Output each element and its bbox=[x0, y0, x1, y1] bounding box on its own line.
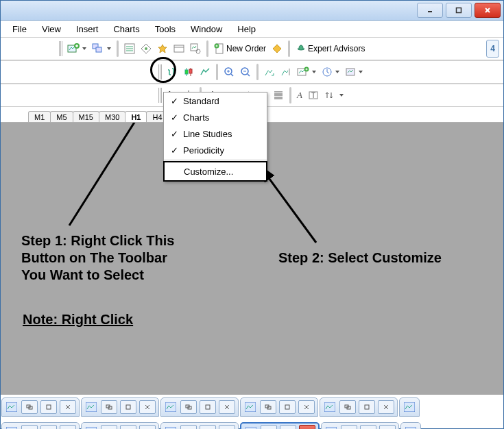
window-close-icon[interactable] bbox=[299, 425, 315, 429]
ctx-standard[interactable]: ✓Standard bbox=[164, 93, 267, 109]
menu-insert[interactable]: Insert bbox=[69, 22, 106, 36]
new-order-button[interactable]: New Order bbox=[211, 40, 269, 58]
toolbar-grip-icon[interactable] bbox=[158, 88, 163, 103]
ctx-line-studies-label: Line Studies bbox=[183, 129, 232, 139]
window-max-icon[interactable] bbox=[280, 425, 296, 429]
navigator-icon bbox=[141, 43, 152, 54]
zoom-out-button[interactable] bbox=[237, 63, 254, 81]
window-tab[interactable] bbox=[399, 397, 420, 417]
line-chart-button[interactable] bbox=[197, 63, 213, 81]
window-close-icon[interactable] bbox=[298, 400, 315, 414]
cascade-icon[interactable] bbox=[101, 425, 117, 429]
zoom-in-button[interactable] bbox=[221, 63, 237, 81]
ctx-periodicity[interactable]: ✓Periodicity bbox=[164, 142, 267, 158]
arrows-icon bbox=[324, 90, 337, 101]
market-watch-button[interactable] bbox=[121, 40, 138, 58]
indicators-button[interactable] bbox=[294, 63, 319, 81]
window-tab[interactable] bbox=[320, 397, 398, 417]
window-close-icon[interactable] bbox=[60, 400, 76, 414]
autoscroll-button[interactable] bbox=[261, 63, 278, 81]
window-close-icon[interactable] bbox=[379, 425, 396, 429]
cascade-icon[interactable] bbox=[180, 425, 197, 429]
menu-help[interactable]: Help bbox=[230, 22, 263, 36]
cascade-icon[interactable] bbox=[339, 400, 356, 414]
menu-tools[interactable]: Tools bbox=[147, 22, 183, 36]
period-h1[interactable]: H1 bbox=[125, 111, 147, 122]
ctx-charts[interactable]: ✓Charts bbox=[164, 109, 267, 125]
label-button[interactable]: T bbox=[305, 86, 322, 104]
window-max-icon[interactable] bbox=[200, 400, 216, 414]
arrows-button[interactable] bbox=[322, 86, 346, 104]
window-tab[interactable] bbox=[1, 422, 80, 429]
chart-plus-icon bbox=[67, 43, 80, 54]
window-max-icon[interactable] bbox=[120, 400, 136, 414]
menu-window[interactable]: Window bbox=[183, 22, 230, 36]
svg-rect-7 bbox=[96, 47, 101, 52]
window-tab[interactable] bbox=[81, 422, 159, 429]
metaeditor-button[interactable] bbox=[269, 40, 285, 58]
period-m15[interactable]: M15 bbox=[73, 111, 99, 122]
menu-charts[interactable]: Charts bbox=[106, 22, 147, 36]
cascade-icon[interactable] bbox=[260, 400, 276, 414]
window-max-icon[interactable] bbox=[40, 400, 57, 414]
candlestick-button[interactable] bbox=[180, 63, 197, 81]
window-max-icon[interactable] bbox=[360, 425, 376, 429]
cascade-icon[interactable] bbox=[341, 425, 357, 429]
window-tab[interactable] bbox=[1, 397, 80, 417]
menu-view[interactable]: View bbox=[34, 22, 69, 36]
window-max-icon[interactable] bbox=[40, 425, 57, 429]
strategy-tester-button[interactable] bbox=[187, 40, 204, 58]
templates-button[interactable] bbox=[342, 63, 365, 81]
fibonacci-button[interactable] bbox=[270, 86, 287, 104]
ctx-customize[interactable]: Customize... bbox=[163, 161, 267, 182]
window-tab[interactable] bbox=[321, 422, 399, 429]
toolbar-grip-icon[interactable] bbox=[158, 64, 163, 79]
window-close-icon[interactable] bbox=[139, 425, 156, 429]
window-close-icon[interactable] bbox=[60, 425, 76, 429]
ctx-divider bbox=[164, 160, 267, 160]
window-max-icon[interactable] bbox=[359, 400, 375, 414]
window-tab[interactable] bbox=[81, 397, 159, 417]
period-m1[interactable]: M1 bbox=[28, 111, 51, 122]
cascade-icon[interactable] bbox=[21, 425, 38, 429]
window-tab-active[interactable] bbox=[240, 422, 320, 429]
cascade-icon[interactable] bbox=[21, 400, 38, 414]
cascade-icon[interactable] bbox=[261, 425, 277, 429]
alerts-badge[interactable]: 4 bbox=[486, 40, 499, 58]
period-m30[interactable]: M30 bbox=[99, 111, 125, 122]
period-m5[interactable]: M5 bbox=[50, 111, 73, 122]
window-tab[interactable] bbox=[160, 422, 239, 429]
terminal-button[interactable] bbox=[171, 40, 187, 58]
new-chart-button[interactable] bbox=[64, 40, 89, 58]
navigator-button[interactable] bbox=[138, 40, 154, 58]
expert-advisors-button[interactable]: Expert Advisors bbox=[293, 40, 368, 58]
periods-button[interactable] bbox=[319, 63, 342, 81]
window-max-icon[interactable] bbox=[200, 425, 216, 429]
cascade-icon[interactable] bbox=[180, 400, 197, 414]
window-close-icon[interactable] bbox=[219, 400, 235, 414]
window-close-icon[interactable] bbox=[219, 425, 235, 429]
window-tab[interactable] bbox=[160, 397, 239, 417]
window-tab[interactable] bbox=[400, 422, 421, 429]
close-button[interactable] bbox=[475, 3, 501, 18]
window-close-icon[interactable] bbox=[139, 400, 156, 414]
separator bbox=[216, 64, 218, 80]
toolbar-grip-icon[interactable] bbox=[59, 41, 63, 56]
menu-file[interactable]: File bbox=[5, 22, 34, 36]
svg-text:T: T bbox=[311, 92, 315, 99]
window-tab[interactable] bbox=[240, 397, 318, 417]
cascade-icon[interactable] bbox=[101, 400, 117, 414]
maximize-button[interactable] bbox=[446, 3, 472, 18]
data-button[interactable] bbox=[154, 40, 171, 58]
ctx-line-studies[interactable]: ✓Line Studies bbox=[164, 125, 267, 142]
minimize-button[interactable] bbox=[417, 3, 443, 18]
text-button[interactable]: A bbox=[294, 86, 305, 104]
shift-button[interactable] bbox=[278, 63, 294, 81]
bar-chart-button[interactable] bbox=[164, 63, 180, 81]
svg-rect-22 bbox=[189, 69, 192, 73]
svg-line-24 bbox=[231, 74, 233, 76]
window-max-icon[interactable] bbox=[120, 425, 136, 429]
window-max-icon[interactable] bbox=[279, 400, 296, 414]
window-close-icon[interactable] bbox=[378, 400, 394, 414]
profiles-button[interactable] bbox=[89, 40, 114, 58]
